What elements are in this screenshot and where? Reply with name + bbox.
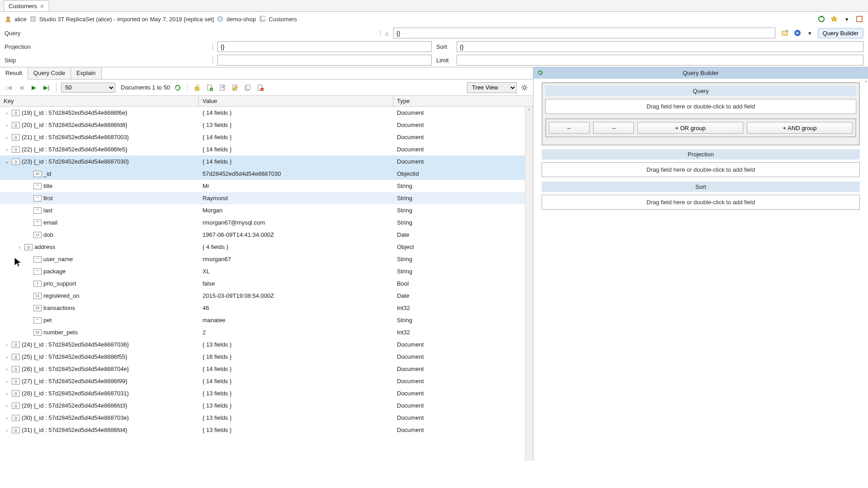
table-row[interactable]: T prio_supportfalseBool bbox=[0, 277, 533, 290]
qb-outdent-button[interactable]: ← bbox=[549, 122, 590, 134]
chevron-down-icon[interactable]: ▾ bbox=[842, 14, 852, 24]
expander-icon[interactable]: › bbox=[4, 122, 10, 128]
add-doc-icon[interactable] bbox=[205, 83, 215, 93]
qb-sort-drop[interactable]: Drag field here or double-click to add f… bbox=[542, 195, 860, 210]
column-key[interactable]: Key bbox=[0, 96, 199, 106]
cell-value: { 13 fields } bbox=[199, 414, 393, 421]
expand-icon[interactable] bbox=[854, 14, 864, 24]
doc-label: (24) {_id : 57d28452ed5d4d54e8687036} bbox=[22, 341, 129, 348]
table-row[interactable]: ⌄{} (23) {_id : 57d28452ed5d4d54e8687030… bbox=[0, 155, 533, 168]
table-row[interactable]: ›{} (29) {_id : 57d28452ed5d4d54e8686fd3… bbox=[0, 399, 533, 412]
expander-icon[interactable]: › bbox=[4, 342, 10, 347]
qb-title: Query Builder bbox=[683, 70, 718, 76]
expander-icon[interactable]: › bbox=[4, 415, 10, 421]
expander-icon[interactable]: › bbox=[4, 379, 10, 384]
edit-doc-icon[interactable] bbox=[230, 83, 240, 93]
unlock-icon[interactable] bbox=[192, 83, 202, 93]
delete-doc-icon[interactable] bbox=[255, 83, 265, 93]
table-row[interactable]: "" packageXLString bbox=[0, 265, 533, 277]
refresh-icon[interactable] bbox=[173, 83, 183, 93]
star-icon[interactable] bbox=[829, 14, 839, 24]
table-row[interactable]: 11 dob1967-06-09T14:41:34.000ZDate bbox=[0, 229, 533, 241]
tab-customers[interactable]: Customers ✕ bbox=[4, 0, 49, 11]
table-row[interactable]: ›{} (20) {_id : 57d28452ed5d4d54e8686fd8… bbox=[0, 119, 533, 131]
cell-value: { 4 fields } bbox=[199, 244, 393, 250]
table-row[interactable]: ›{} (24) {_id : 57d28452ed5d4d54e8687036… bbox=[0, 338, 533, 351]
tab-label: Customers bbox=[9, 3, 37, 9]
table-row[interactable]: "" user_namermorgan67String bbox=[0, 253, 533, 265]
tab-result[interactable]: Result bbox=[0, 67, 28, 80]
sync-icon[interactable] bbox=[816, 14, 826, 24]
projection-input[interactable] bbox=[217, 41, 432, 52]
table-row[interactable]: ›{} (27) {_id : 57d28452ed5d4d54e8686f99… bbox=[0, 375, 533, 387]
first-page-button[interactable]: |◀ bbox=[4, 83, 14, 93]
page-size-select[interactable]: 50 bbox=[61, 83, 115, 93]
tab-query-code[interactable]: Query Code bbox=[28, 67, 71, 79]
table-row[interactable]: ›{} (31) {_id : 57d28452ed5d4d54e8686fd4… bbox=[0, 424, 533, 436]
tab-explain[interactable]: Explain bbox=[71, 67, 102, 79]
expander-icon[interactable]: › bbox=[4, 110, 10, 116]
prev-page-button[interactable]: ◀ bbox=[16, 83, 26, 93]
expander-icon[interactable]: › bbox=[4, 403, 10, 408]
type-icon: "" bbox=[33, 183, 42, 189]
qb-and-button[interactable]: + AND group bbox=[747, 122, 853, 134]
run-dropdown-icon[interactable]: ▾ bbox=[805, 28, 815, 38]
collapse-icon[interactable]: △ bbox=[385, 31, 389, 36]
expander-icon[interactable]: ⌄ bbox=[4, 159, 10, 164]
expander-icon[interactable]: › bbox=[4, 135, 10, 140]
table-row[interactable]: "" emailrmorgan67@mysql.comString bbox=[0, 216, 533, 229]
copy-doc-icon[interactable] bbox=[243, 83, 253, 93]
limit-input[interactable] bbox=[457, 55, 863, 66]
expander-icon[interactable]: › bbox=[16, 244, 23, 250]
table-row[interactable]: "" lastMorganString bbox=[0, 204, 533, 216]
document-icon: {} bbox=[12, 415, 20, 421]
table-row[interactable]: ›{} (19) {_id : 57d28452ed5d4d54e8686f6e… bbox=[0, 107, 533, 119]
table-row[interactable]: ›{} (22) {_id : 57d28452ed5d4d54e8686fe5… bbox=[0, 143, 533, 155]
table-row[interactable]: "" petmanateeString bbox=[0, 314, 533, 326]
table-row[interactable]: 11 registered_on2015-03-09T19:08:54.000Z… bbox=[0, 290, 533, 302]
view-mode-select[interactable]: Tree View bbox=[467, 82, 517, 93]
tree-body[interactable]: ˄ ›{} (19) {_id : 57d28452ed5d4d54e8686f… bbox=[0, 107, 533, 461]
table-row[interactable]: ›{} (28) {_id : 57d28452ed5d4d54e8687031… bbox=[0, 387, 533, 399]
expander-icon[interactable]: › bbox=[4, 354, 10, 360]
scrollbar[interactable]: ˄ bbox=[525, 107, 533, 461]
table-row[interactable]: "" firstRaymondString bbox=[0, 192, 533, 204]
query-input[interactable] bbox=[393, 28, 775, 38]
view-doc-icon[interactable]: <> bbox=[217, 83, 227, 93]
expander-icon[interactable]: › bbox=[4, 427, 10, 433]
table-row[interactable]: 32 transactions46Int32 bbox=[0, 302, 533, 314]
expander-icon[interactable]: › bbox=[4, 147, 10, 152]
run-icon[interactable] bbox=[793, 28, 802, 38]
query-builder-button[interactable]: Query Builder bbox=[818, 28, 863, 38]
cell-value: { 14 fields } bbox=[199, 378, 393, 385]
skip-input[interactable] bbox=[217, 55, 432, 66]
qb-refresh-icon[interactable] bbox=[537, 70, 543, 76]
sort-input[interactable] bbox=[457, 41, 863, 52]
table-row[interactable]: ›{} (21) {_id : 57d28452ed5d4d54e8687003… bbox=[0, 131, 533, 143]
column-value[interactable]: Value bbox=[199, 96, 393, 106]
last-page-button[interactable]: ▶| bbox=[42, 83, 52, 93]
qb-indent-button[interactable]: → bbox=[593, 122, 634, 134]
qb-projection-drop[interactable]: Drag field here or double-click to add f… bbox=[542, 162, 860, 177]
close-icon[interactable]: ✕ bbox=[40, 3, 44, 9]
type-icon: 32 bbox=[33, 329, 42, 336]
table-row[interactable]: ›{} (26) {_id : 57d28452ed5d4d54e868704e… bbox=[0, 363, 533, 375]
table-row[interactable]: 32 number_pets2Int32 bbox=[0, 326, 533, 338]
table-row[interactable]: ›{} (25) {_id : 57d28452ed5d4d54e8686f55… bbox=[0, 351, 533, 363]
expander-icon[interactable]: › bbox=[4, 366, 10, 372]
qb-query-drop[interactable]: Drag field here or double-click to add f… bbox=[545, 99, 856, 114]
scroll-up-icon[interactable]: ˄ bbox=[525, 107, 533, 115]
table-row[interactable]: ID _id57d28452ed5d4d54e8687030ObjectId bbox=[0, 168, 533, 180]
table-row[interactable]: ›{} (30) {_id : 57d28452ed5d4d54e868703e… bbox=[0, 412, 533, 424]
table-row[interactable]: ›{} address{ 4 fields }Object bbox=[0, 241, 533, 253]
expander-icon[interactable]: › bbox=[4, 391, 10, 396]
cell-value: { 13 fields } bbox=[199, 341, 393, 348]
cell-value: { 13 fields } bbox=[199, 427, 393, 433]
scroll-up-icon[interactable]: ˄ bbox=[865, 80, 867, 85]
column-type[interactable]: Type bbox=[393, 96, 533, 106]
qb-or-button[interactable]: + OR group bbox=[637, 122, 743, 134]
gear-icon[interactable] bbox=[519, 83, 529, 93]
next-page-button[interactable]: ▶ bbox=[29, 83, 39, 93]
table-row[interactable]: "" titleMrString bbox=[0, 180, 533, 192]
query-open-icon[interactable] bbox=[780, 28, 790, 38]
